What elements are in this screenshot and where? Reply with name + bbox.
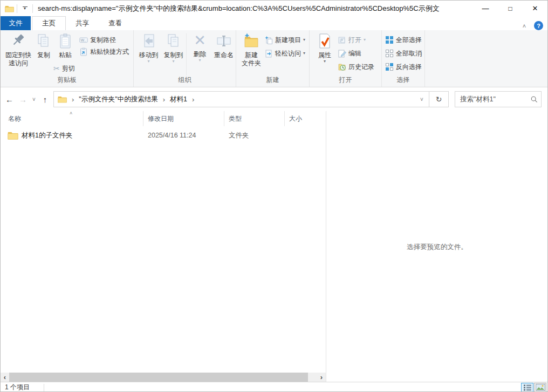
close-button[interactable]: ✕ xyxy=(523,1,547,16)
tab-home[interactable]: 主页 xyxy=(32,16,66,30)
ribbon-group-open: 属性 ▾ 打开 ▾ 编辑 历史记录 xyxy=(310,30,382,87)
column-header-type[interactable]: 类型 xyxy=(224,111,285,126)
breadcrumb-item-search-results[interactable]: "示例文件夹"中的搜索结果 xyxy=(79,95,157,104)
properties-button[interactable]: 属性 ▾ xyxy=(314,32,335,64)
paste-label: 粘贴 xyxy=(59,51,72,59)
recent-locations-dropdown[interactable]: ˅ xyxy=(30,93,38,106)
copy-icon xyxy=(35,32,52,50)
rename-icon xyxy=(215,32,232,50)
refresh-button[interactable]: ↻ xyxy=(429,92,448,107)
column-headers: 名称 ˄ 修改日期 类型 大小 xyxy=(1,111,325,126)
ribbon-group-organize: 移动到 ▾ 复制到 ▾ ✕ 删除 ▾ 重命名 组 xyxy=(134,30,236,87)
horizontal-scrollbar[interactable]: ‹ › xyxy=(1,373,326,382)
paste-button[interactable]: 粘贴 xyxy=(53,32,77,59)
tab-file[interactable]: 文件 xyxy=(1,16,31,30)
file-explorer-window: ▾ search-ms:displayname="示例文件夹"中的搜索结果&cr… xyxy=(0,0,548,392)
paste-shortcut-label: 粘贴快捷方式 xyxy=(90,47,129,57)
new-folder-icon xyxy=(243,32,260,50)
file-name: 材料1的子文件夹 xyxy=(22,131,72,140)
details-view-icon xyxy=(523,384,532,391)
edit-icon xyxy=(338,49,346,58)
address-dropdown-button[interactable]: ˅ xyxy=(415,92,429,107)
address-bar[interactable]: › "示例文件夹"中的搜索结果 › 材料1 › ˅ ↻ xyxy=(53,91,449,107)
breadcrumb-chevron-icon[interactable]: › xyxy=(158,95,170,104)
select-group-label: 选择 xyxy=(382,75,424,85)
copy-button[interactable]: 复制 xyxy=(33,32,54,59)
easy-access-label: 轻松访问 xyxy=(275,49,301,58)
open-button[interactable]: 打开 ▾ xyxy=(338,35,366,45)
scissors-icon: ✂ xyxy=(53,64,60,73)
group-inner-separator xyxy=(186,33,187,75)
easy-access-button[interactable]: 轻松访问 ▾ xyxy=(264,48,305,59)
minimize-button[interactable]: — xyxy=(473,1,498,16)
tab-share[interactable]: 共享 xyxy=(66,16,99,30)
copy-path-label: 复制路径 xyxy=(90,36,116,45)
select-all-label: 全部选择 xyxy=(396,36,422,45)
svg-text:W..: W.. xyxy=(81,38,86,42)
new-folder-label-line2: 文件夹 xyxy=(242,59,261,67)
sort-ascending-icon: ˄ xyxy=(70,111,72,116)
edit-button[interactable]: 编辑 xyxy=(338,48,361,59)
chevron-down-icon: ▾ xyxy=(324,59,326,64)
preview-pane: 选择要预览的文件。 xyxy=(326,111,548,373)
new-folder-button[interactable]: 新建 文件夹 xyxy=(239,32,264,67)
copy-label: 复制 xyxy=(37,51,50,59)
pin-to-quick-access-label: 固定到快速访问 xyxy=(3,51,34,67)
rename-button[interactable]: 重命名 xyxy=(211,32,236,59)
file-type-cell: 文件夹 xyxy=(224,131,285,140)
delete-x-icon: ✕ xyxy=(194,32,206,49)
breadcrumb-item-current[interactable]: 材料1 xyxy=(170,95,187,104)
move-to-label: 移动到 xyxy=(139,51,159,59)
quick-access-toolbar-dropdown[interactable]: ▾ xyxy=(20,3,30,14)
breadcrumb-chevron-icon[interactable]: › xyxy=(187,95,199,104)
up-button[interactable]: ↑ xyxy=(38,93,52,106)
edit-label: 编辑 xyxy=(348,49,361,58)
column-header-date-modified[interactable]: 修改日期 xyxy=(143,111,224,126)
properties-label: 属性 xyxy=(318,51,331,59)
column-header-size[interactable]: 大小 xyxy=(285,111,325,126)
help-button[interactable]: ? xyxy=(534,21,543,30)
forward-button[interactable]: → xyxy=(16,93,30,106)
search-input[interactable] xyxy=(455,95,527,103)
copy-to-button[interactable]: 复制到 ▾ xyxy=(161,32,186,64)
scroll-left-arrow[interactable]: ‹ xyxy=(1,373,9,382)
cut-button[interactable]: ✂ 剪切 xyxy=(53,63,75,74)
open-label: 打开 xyxy=(348,36,361,45)
breadcrumb-chevron-icon[interactable]: › xyxy=(67,95,79,104)
new-item-button[interactable]: 新建项目 ▾ xyxy=(264,35,305,45)
file-row[interactable]: 材料1的子文件夹 2025/4/16 11:24 文件夹 xyxy=(1,129,325,142)
copy-path-button[interactable]: W.. 复制路径 xyxy=(79,35,116,45)
scrollbar-track[interactable] xyxy=(9,373,317,382)
new-group-label: 新建 xyxy=(236,75,309,85)
paste-shortcut-button[interactable]: 粘贴快捷方式 xyxy=(79,46,129,57)
column-header-name[interactable]: 名称 ˄ xyxy=(1,111,143,126)
select-none-button[interactable]: 全部取消 xyxy=(385,48,422,59)
details-view-button[interactable] xyxy=(521,383,533,392)
copy-to-icon xyxy=(165,32,182,50)
invert-selection-button[interactable]: 反向选择 xyxy=(385,61,422,72)
organize-group-label: 组织 xyxy=(134,75,236,85)
thumbnail-view-button[interactable] xyxy=(534,383,546,392)
history-button[interactable]: 历史记录 xyxy=(338,61,374,72)
collapse-ribbon-button[interactable]: ˄ xyxy=(520,23,529,29)
scroll-right-arrow[interactable]: › xyxy=(317,373,326,382)
chevron-down-icon: ▾ xyxy=(172,59,174,64)
scrollbar-thumb[interactable] xyxy=(9,373,308,382)
move-to-button[interactable]: 移动到 ▾ xyxy=(136,32,161,64)
preview-empty-message: 选择要预览的文件。 xyxy=(326,243,548,252)
pin-icon xyxy=(10,32,27,50)
pin-to-quick-access-button[interactable]: 固定到快速访问 xyxy=(2,32,35,67)
select-all-button[interactable]: 全部选择 xyxy=(385,35,422,45)
open-group-label: 打开 xyxy=(310,75,381,85)
paste-shortcut-icon xyxy=(79,47,88,56)
delete-button[interactable]: ✕ 删除 ▾ xyxy=(188,32,211,63)
item-count: 1 个项目 xyxy=(1,383,30,392)
tab-view[interactable]: 查看 xyxy=(99,16,132,30)
back-button[interactable]: ← xyxy=(3,93,16,106)
copy-to-label: 复制到 xyxy=(164,51,183,59)
search-box[interactable] xyxy=(455,91,542,107)
maximize-button[interactable]: □ xyxy=(498,1,523,16)
status-bar: 1 个项目 xyxy=(1,382,547,392)
ribbon: 固定到快速访问 复制 粘贴 ✂ 剪切 W.. xyxy=(1,30,547,87)
file-name-cell: 材料1的子文件夹 xyxy=(1,131,143,140)
